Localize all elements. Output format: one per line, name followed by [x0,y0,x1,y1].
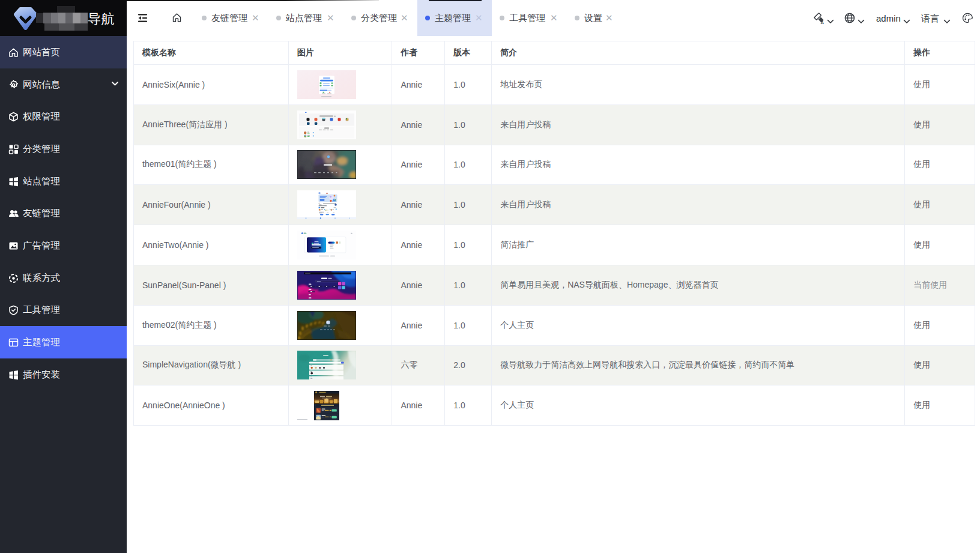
svg-text:A: A [820,20,824,25]
